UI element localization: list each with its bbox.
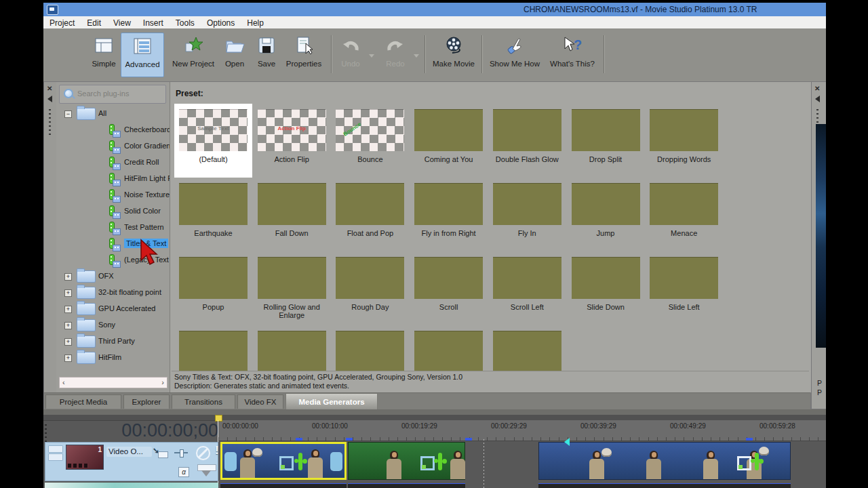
make-movie-button[interactable]: Make Movie [430, 33, 477, 76]
tree-horizontal-scrollbar[interactable]: ‹ › [59, 377, 167, 388]
preset-double-flash-glow[interactable]: Double Flash Glow [488, 104, 566, 178]
preset-fly-in-from-right[interactable]: Fly in from Right [410, 178, 488, 251]
tree-item-gpu-accelerated[interactable]: +GPU Accelerated [56, 302, 170, 317]
preset-item[interactable] [410, 325, 488, 371]
video-clip-1-selected[interactable] [220, 442, 347, 480]
new-project-button[interactable]: New Project [170, 33, 217, 76]
tree-item-credit-roll[interactable]: Credit Roll [56, 155, 170, 170]
undo-button[interactable]: Undo [335, 33, 366, 76]
menu-item-options[interactable]: Options [201, 17, 241, 29]
advanced-button[interactable]: Advanced [121, 33, 164, 77]
fade-handle[interactable] [224, 452, 237, 471]
preset-fall-down[interactable]: Fall Down [253, 178, 331, 251]
tree-item-sony[interactable]: +Sony [56, 318, 170, 333]
auto-hide-pin-icon[interactable] [815, 96, 820, 102]
search-box[interactable]: Search plug-ins [59, 85, 166, 104]
event-pan-crop-icon[interactable] [737, 456, 751, 470]
preset-rolling-glow-and-enlarge[interactable]: Rolling Glow and Enlarge [253, 251, 331, 325]
track-dropdown-icon[interactable] [197, 464, 216, 479]
open-button[interactable]: Open [220, 33, 250, 76]
preset-dropping-words[interactable]: Dropping Words [645, 104, 723, 178]
alpha-compositing-icon[interactable]: α [178, 467, 189, 477]
event-pan-crop-icon[interactable] [420, 456, 435, 470]
scroll-left-icon[interactable]: ‹ [62, 378, 65, 386]
expand-icon[interactable]: + [64, 322, 72, 329]
preset-fly-in[interactable]: Fly In [488, 178, 566, 251]
tree-item-third-party[interactable]: +Third Party [56, 334, 170, 349]
tree-item-hitfilm[interactable]: +HitFilm [56, 350, 170, 365]
tree-item-solid-color[interactable]: Solid Color [56, 204, 170, 219]
tree-item-32-bit-floating-point[interactable]: +32-bit floating point [56, 285, 170, 300]
track-2-clip[interactable] [348, 483, 465, 488]
playhead-flag[interactable] [215, 415, 222, 422]
close-icon[interactable]: ✕ [47, 85, 52, 92]
tab-media-generators[interactable]: Media Generators [285, 393, 378, 409]
time-ruler[interactable]: 00:00:00:0000:00:10:0000:00:19:2900:00:2… [218, 420, 868, 441]
save-button[interactable]: Save [251, 33, 282, 76]
redo-button[interactable]: Redo [380, 33, 411, 76]
mute-icon[interactable] [196, 446, 210, 460]
video-track-header[interactable]: 1 Video O... ➘ ! α [45, 442, 218, 481]
video-clip-2[interactable] [348, 442, 465, 480]
tree-item-color-gradient[interactable]: Color Gradient [56, 139, 170, 154]
properties-button[interactable]: Properties [282, 33, 326, 76]
expand-icon[interactable]: + [64, 273, 72, 281]
expand-icon[interactable]: + [64, 289, 72, 297]
menu-item-edit[interactable]: Edit [81, 17, 107, 29]
preset-earthquake[interactable]: Earthquake [174, 178, 252, 251]
undo-dropdown-icon[interactable] [369, 54, 374, 58]
timecode-display[interactable]: 00:00:00;00 [110, 420, 218, 441]
preset-popup[interactable]: Popup [174, 251, 252, 325]
tree-item-hitfilm-light-flare[interactable]: HitFilm Light Flare [56, 171, 170, 186]
tree-item-test-pattern[interactable]: Test Pattern [56, 220, 170, 235]
preset-rough-day[interactable]: Rough Day [331, 251, 409, 325]
show-me-how-button[interactable]: Show Me How [486, 33, 544, 76]
event-fx-icon[interactable] [298, 453, 302, 470]
compositing-mode-icon[interactable]: ➘ [153, 447, 169, 458]
simple-button[interactable]: Simple [88, 33, 119, 76]
menu-item-tools[interactable]: Tools [170, 17, 201, 29]
preset-action-flip[interactable]: Action FlipAction Flip [253, 104, 331, 178]
tree-item-checkerboard[interactable]: Checkerboard [56, 123, 170, 138]
video-clip-3[interactable] [538, 442, 791, 480]
event-fx-icon[interactable] [755, 453, 759, 470]
menu-item-view[interactable]: View [107, 17, 137, 29]
redo-dropdown-icon[interactable] [414, 54, 419, 58]
tab-project-media[interactable]: Project Media [45, 394, 121, 409]
menu-item-project[interactable]: Project [43, 17, 81, 29]
preset-scroll[interactable]: Scroll [410, 251, 488, 325]
preset-item[interactable] [331, 325, 409, 371]
preset-slide-left[interactable]: Slide Left [645, 251, 723, 325]
preset-float-and-pop[interactable]: Float and Pop [331, 178, 409, 251]
tree-item-ofx[interactable]: +OFX [56, 269, 170, 284]
tree-item-noise-texture[interactable]: Noise Texture [56, 188, 170, 203]
event-pan-crop-icon[interactable] [279, 456, 294, 470]
tab-transitions[interactable]: Transitions [172, 394, 235, 409]
preset-slide-down[interactable]: Slide Down [567, 251, 645, 325]
preset-bounce[interactable]: BounceBounce [331, 104, 409, 178]
preset-jump[interactable]: Jump [567, 178, 645, 251]
preset-drop-split[interactable]: Drop Split [567, 104, 645, 178]
track-restore-button[interactable] [48, 453, 63, 461]
menu-item-help[interactable]: Help [241, 17, 270, 29]
event-fx-icon[interactable] [438, 453, 442, 470]
close-icon[interactable]: ✕ [814, 85, 820, 92]
expand-icon[interactable]: + [64, 306, 72, 313]
track-2-clip[interactable] [220, 483, 347, 488]
menu-item-insert[interactable]: Insert [137, 17, 170, 29]
track-2-clip[interactable] [538, 483, 791, 488]
preset-item[interactable] [488, 325, 566, 371]
preset-coming-at-you[interactable]: Coming at You [410, 104, 488, 178]
track-2-header-partial[interactable] [45, 483, 218, 488]
auto-hide-pin-icon[interactable] [47, 96, 52, 102]
track-level-slider[interactable] [174, 449, 188, 456]
collapse-icon[interactable]: − [64, 110, 72, 118]
track-minimize-button[interactable] [48, 445, 63, 453]
tree-item-all[interactable]: −All [56, 106, 170, 121]
what-s-this-button[interactable]: ?What's This? [547, 33, 598, 76]
expand-icon[interactable]: + [64, 338, 72, 346]
scroll-right-icon[interactable]: › [161, 378, 164, 386]
fade-handle[interactable] [330, 452, 342, 471]
preset-item[interactable] [174, 325, 252, 371]
preset-default[interactable]: Sample Text(Default) [174, 104, 252, 178]
